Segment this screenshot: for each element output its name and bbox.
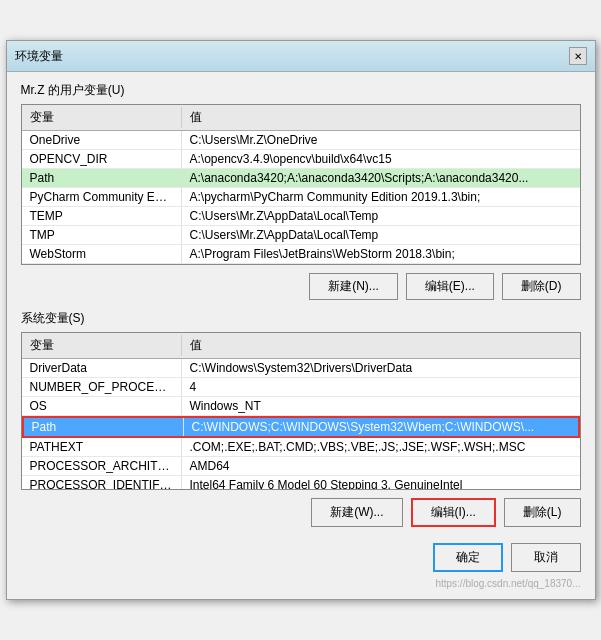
var-cell: TMP: [22, 226, 182, 244]
system-path-row[interactable]: Path C:\WINDOWS;C:\WINDOWS\System32\Wbem…: [22, 416, 580, 438]
footer-btn-row: 确定 取消: [21, 537, 581, 576]
system-new-button[interactable]: 新建(W)...: [311, 498, 402, 527]
user-btn-row: 新建(N)... 编辑(E)... 删除(D): [21, 273, 581, 300]
system-delete-button[interactable]: 删除(L): [504, 498, 581, 527]
val-cell: 4: [182, 378, 580, 396]
user-header-val: 值: [182, 107, 580, 128]
var-cell: WebStorm: [22, 245, 182, 263]
table-row[interactable]: PyCharm Community Edit... A:\pycharm\PyC…: [22, 188, 580, 207]
table-row[interactable]: NUMBER_OF_PROCESSORS 4: [22, 378, 580, 397]
var-cell: OPENCV_DIR: [22, 150, 182, 168]
system-section-title: 系统变量(S): [21, 310, 581, 327]
var-cell: Path: [22, 169, 182, 187]
watermark: https://blog.csdn.net/qq_18370...: [21, 578, 581, 589]
val-cell: C:\Users\Mr.Z\AppData\Local\Temp: [182, 207, 580, 225]
val-cell: Intel64 Family 6 Model 60 Stepping 3, Ge…: [182, 476, 580, 489]
user-delete-button[interactable]: 删除(D): [502, 273, 581, 300]
val-cell: C:\Windows\System32\Drivers\DriverData: [182, 359, 580, 377]
system-header-var: 变量: [22, 335, 182, 356]
table-row[interactable]: TEMP C:\Users\Mr.Z\AppData\Local\Temp: [22, 207, 580, 226]
user-table-header: 变量 值: [22, 105, 580, 131]
var-cell: PATHEXT: [22, 438, 182, 456]
var-cell: PyCharm Community Edit...: [22, 188, 182, 206]
var-cell: TEMP: [22, 207, 182, 225]
val-cell: A:\pycharm\PyCharm Community Edition 201…: [182, 188, 580, 206]
val-cell: Windows_NT: [182, 397, 580, 415]
val-cell: A:\opencv3.4.9\opencv\build\x64\vc15: [182, 150, 580, 168]
user-path-row[interactable]: Path A:\anaconda3420;A:\anaconda3420\Scr…: [22, 169, 580, 188]
system-btn-row: 新建(W)... 编辑(I)... 删除(L): [21, 498, 581, 527]
system-table-header: 变量 值: [22, 333, 580, 359]
table-row[interactable]: PATHEXT .COM;.EXE;.BAT;.CMD;.VBS;.VBE;.J…: [22, 438, 580, 457]
var-cell: OS: [22, 397, 182, 415]
user-edit-button[interactable]: 编辑(E)...: [406, 273, 494, 300]
table-row[interactable]: OneDrive C:\Users\Mr.Z\OneDrive: [22, 131, 580, 150]
title-bar: 环境变量 ✕: [7, 41, 595, 72]
user-table-body: OneDrive C:\Users\Mr.Z\OneDrive OPENCV_D…: [22, 131, 580, 264]
table-row[interactable]: PROCESSOR_IDENTIFIER Intel64 Family 6 Mo…: [22, 476, 580, 489]
val-cell: C:\WINDOWS;C:\WINDOWS\System32\Wbem;C:\W…: [184, 418, 578, 436]
close-button[interactable]: ✕: [569, 47, 587, 65]
var-cell: DriverData: [22, 359, 182, 377]
table-row[interactable]: PROCESSOR_ARCHITECT... AMD64: [22, 457, 580, 476]
user-variables-table: 变量 值 OneDrive C:\Users\Mr.Z\OneDrive OPE…: [21, 104, 581, 265]
system-edit-button[interactable]: 编辑(I)...: [411, 498, 496, 527]
val-cell: C:\Users\Mr.Z\OneDrive: [182, 131, 580, 149]
table-row[interactable]: DriverData C:\Windows\System32\Drivers\D…: [22, 359, 580, 378]
table-row[interactable]: TMP C:\Users\Mr.Z\AppData\Local\Temp: [22, 226, 580, 245]
dialog-title: 环境变量: [15, 48, 63, 65]
table-row[interactable]: OS Windows_NT: [22, 397, 580, 416]
user-new-button[interactable]: 新建(N)...: [309, 273, 398, 300]
table-row[interactable]: OPENCV_DIR A:\opencv3.4.9\opencv\build\x…: [22, 150, 580, 169]
system-variables-table: 变量 值 DriverData C:\Windows\System32\Driv…: [21, 332, 581, 490]
var-cell: OneDrive: [22, 131, 182, 149]
var-cell: NUMBER_OF_PROCESSORS: [22, 378, 182, 396]
var-cell: PROCESSOR_IDENTIFIER: [22, 476, 182, 489]
val-cell: .COM;.EXE;.BAT;.CMD;.VBS;.VBE;.JS;.JSE;.…: [182, 438, 580, 456]
var-cell: PROCESSOR_ARCHITECT...: [22, 457, 182, 475]
user-header-var: 变量: [22, 107, 182, 128]
val-cell: A:\anaconda3420;A:\anaconda3420\Scripts;…: [182, 169, 580, 187]
var-cell: Path: [24, 418, 184, 436]
cancel-button[interactable]: 取消: [511, 543, 581, 572]
confirm-button[interactable]: 确定: [433, 543, 503, 572]
environment-variables-dialog: 环境变量 ✕ Mr.Z 的用户变量(U) 变量 值 OneDrive C:\Us…: [6, 40, 596, 600]
system-table-body: DriverData C:\Windows\System32\Drivers\D…: [22, 359, 580, 489]
system-header-val: 值: [182, 335, 580, 356]
dialog-body: Mr.Z 的用户变量(U) 变量 值 OneDrive C:\Users\Mr.…: [7, 72, 595, 599]
val-cell: AMD64: [182, 457, 580, 475]
val-cell: C:\Users\Mr.Z\AppData\Local\Temp: [182, 226, 580, 244]
val-cell: A:\Program Files\JetBrains\WebStorm 2018…: [182, 245, 580, 263]
user-section-title: Mr.Z 的用户变量(U): [21, 82, 581, 99]
table-row[interactable]: WebStorm A:\Program Files\JetBrains\WebS…: [22, 245, 580, 264]
